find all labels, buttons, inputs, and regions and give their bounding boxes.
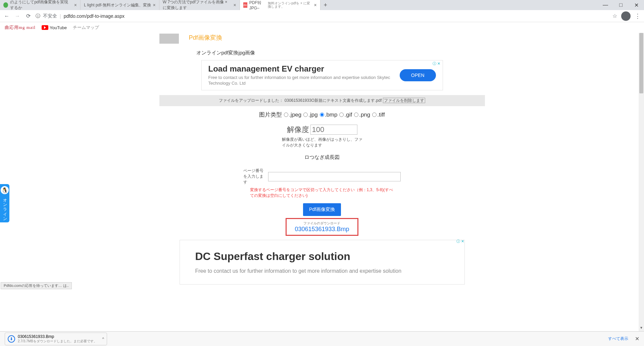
youtube-icon [42,25,48,30]
browser-tab[interactable]: W 7つの方法でpdfファイルを画像 × に変換します × [159,0,240,10]
minimize-button[interactable]: — [598,0,613,10]
page-numbers-label: ページ番号を入力します [243,168,265,185]
header-thumb-icon [159,34,179,44]
image-type-radios: 图片类型 .jpeg .jpg .bmp .gif .png .tiff [259,111,385,119]
resolution-input[interactable] [310,125,357,135]
chat-side-widget[interactable]: 🐧 オンライン客 [0,184,9,222]
ad-close-icon[interactable]: ⓘ ✕ [433,61,440,66]
reload-button[interactable]: ⟳ [25,13,32,19]
resolution-hint: 解像度が高いほど、画像がはっきりし、ファイルが大きくなります [282,137,362,148]
scrollbar-thumb[interactable] [639,33,643,93]
window-controls: — □ ✕ [598,0,644,10]
close-shelf-icon[interactable]: ✕ [635,336,639,342]
download-item-status: 2.7/3.7MBをダウンロードしました。まだ必要です。 [18,339,97,344]
radio-tiff[interactable]: .tiff [372,112,385,118]
tab-title: W 7つの方法でpdfファイルを画像 × に変換します [163,0,232,11]
delete-file-link[interactable]: ファイルを削除します [383,98,425,103]
url-text: pdfdo.com/pdf-to-image.aspx [64,13,125,19]
bookmark-item-youtube[interactable]: YouTube [42,25,67,30]
ad-open-button[interactable]: OPEN [400,69,436,81]
maximize-button[interactable]: □ [613,0,629,10]
new-tab-button[interactable]: + [320,0,331,10]
favicon-icon: do [243,2,247,8]
close-window-button[interactable]: ✕ [629,0,644,10]
qq-icon: 🐧 [1,186,9,194]
tab-subtitle: 無料オンラインpdfを × に変換します。 [268,2,312,8]
upload-status-bar: ファイルをアップロードしました： 030615361933O新規にテキスト文書を… [159,95,485,106]
convert-button[interactable]: Pdf画像変換 [303,203,341,216]
bookmarks-bar: 曲応用mg mail YouTube チームマップ [0,22,644,33]
download-item-filename: 030615361933.Bmp [18,334,97,339]
vertical-scrollbar[interactable]: ▲ ▼ [639,33,644,331]
favicon-icon [3,2,8,8]
browser-tab-active[interactable]: do PDF转JPG– 無料オンラインpdfを × に変換します。 × [240,0,320,10]
resolution-row: 解像度 [287,125,357,135]
security-label: 不安全 [43,13,57,19]
chat-widget-label: オンライン客 [2,196,8,219]
download-result-box: ファイルのダウンロード 030615361933.Bmp [286,218,358,236]
download-progress-icon: ⬇ [8,335,15,343]
page-subtitle: オンラインpdf変換jpg画像 [196,50,485,56]
page-viewport: Pdf画像変換 オンラインpdf変換jpg画像 Load management … [0,33,644,331]
downloads-shelf: ⬇ 030615361933.Bmp 2.7/3.7MBをダウンロードしました。… [0,331,644,346]
radio-label: .tiff [377,112,385,118]
tab-title: のようにしてpdf画像変換を実現するか [10,0,72,11]
radio-label: .gif [344,112,352,118]
status-text: Pdfdo.comの応答を待っています… は.. [1,282,72,289]
tab-title: PDF转JPG– [249,0,266,10]
profile-avatar[interactable] [621,11,631,21]
upload-prefix: ファイルをアップロードしました： [219,98,283,103]
page-header: Pdf画像変換 [159,34,485,44]
close-icon[interactable]: × [74,2,77,8]
radio-jpg[interactable]: .jpg [303,112,317,118]
bookmark-label: YouTube [50,25,67,30]
bookmark-star-icon[interactable]: ☆ [612,13,617,19]
page-numbers-input[interactable] [268,172,401,181]
page-title: Pdf画像変換 [189,34,222,42]
download-file-link[interactable]: 030615361933.Bmp [295,226,349,233]
ad-headline: DC Superfast charger solution [195,250,449,263]
radio-label: .jpg [308,112,317,118]
bookmark-item[interactable]: チームマップ [73,25,99,31]
radio-label: .png [359,112,370,118]
browser-tabstrip: のようにしてpdf画像変換を実現するか × L light pdf-無料オンライ… [0,0,644,10]
kebab-menu-icon[interactable]: ⋮ [635,12,641,20]
ad-banner-top[interactable]: Load management EV charger Free to conta… [201,60,443,90]
upload-filename: 030615361933O新規にテキスト文書を作成します.pdf [285,98,382,103]
url-input[interactable]: ⓘ 不安全 | pdfdo.com/pdf-to-image.aspx [36,13,608,19]
radio-label: .bmp [325,112,338,118]
forward-button[interactable]: → [14,13,21,19]
radio-jpeg[interactable]: .jpeg [284,112,301,118]
ad-banner-bottom[interactable]: ⓘ ✕ DC Superfast charger solution Free t… [180,240,465,285]
browser-tab[interactable]: L light pdf-無料オンライン編集、変換 × [81,0,159,10]
radio-bmp[interactable]: .bmp [320,112,338,118]
radio-png[interactable]: .png [354,112,370,118]
close-icon[interactable]: × [314,2,317,8]
close-icon[interactable]: × [153,2,156,8]
ad-body: Free to contact us for further informati… [208,75,400,86]
radios-label: 图片类型 [259,111,282,119]
ad-body: Free to contact us for further informati… [195,268,449,274]
info-icon[interactable]: ⓘ [36,13,40,19]
download-title: ファイルのダウンロード [295,221,349,226]
address-bar: ← → ⟳ ⓘ 不安全 | pdfdo.com/pdf-to-image.asp… [0,10,644,22]
browser-tab[interactable]: のようにしてpdf画像変換を実現するか × [0,0,81,10]
close-icon[interactable]: × [234,2,236,8]
scroll-down-icon[interactable]: ▼ [639,326,644,331]
show-all-downloads-link[interactable]: すべて表示 [608,336,628,342]
tab-title: L light pdf-無料オンライン編集、変換 [84,2,151,8]
radio-label: .jpeg [289,112,301,118]
resolution-label: 解像度 [287,125,309,135]
chevron-up-icon[interactable]: ^ [102,337,104,341]
page-numbers-hint: 変換するページ番号をコンマで区切って入力してください（例：1,3、5-8)(すべ… [250,187,394,199]
page-numbers-row: ページ番号を入力します [243,168,401,185]
download-item[interactable]: ⬇ 030615361933.Bmp 2.7/3.7MBをダウンロードしました。… [5,333,107,345]
ad-headline: Load management EV charger [208,64,400,74]
ad-close-icon[interactable]: ⓘ ✕ [456,239,464,244]
chain-label: ロつなぎ成長図 [304,154,340,161]
page-content: Pdf画像変換 オンラインpdf変換jpg画像 Load management … [0,33,644,285]
radio-gif[interactable]: .gif [339,112,352,118]
bookmark-item[interactable]: 曲応用mg mail [5,25,36,31]
back-button[interactable]: ← [3,13,10,19]
